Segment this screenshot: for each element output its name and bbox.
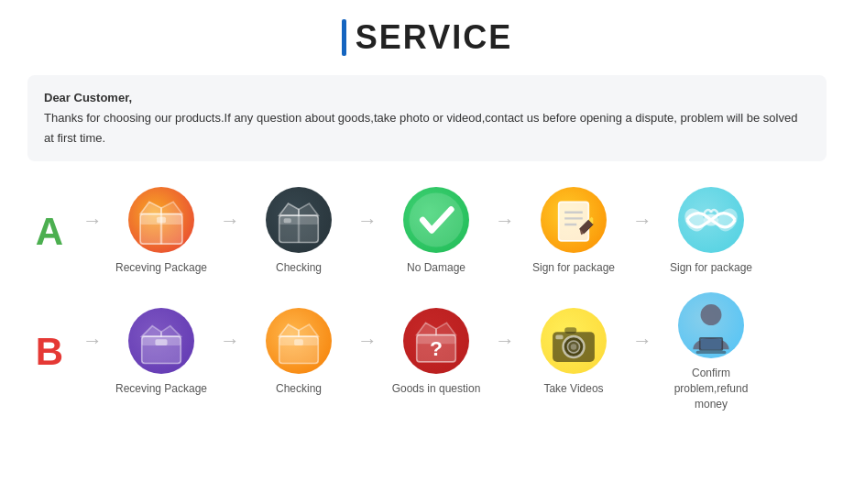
- svg-rect-33: [701, 339, 722, 349]
- arrow-b2: →: [357, 329, 378, 375]
- arrow-b4: →: [632, 329, 652, 375]
- step-a1-icon: [128, 187, 194, 253]
- notice-box: Dear Customer, Thanks for choosing our p…: [27, 75, 827, 161]
- arrow-a3: →: [495, 209, 515, 255]
- notice-greeting: Dear Customer,: [44, 88, 810, 108]
- svg-rect-18: [155, 339, 167, 345]
- svg-rect-29: [564, 327, 576, 334]
- step-b4: Take Videos: [519, 308, 629, 397]
- arrow-a0: →: [82, 209, 103, 255]
- step-a5-icon: [678, 187, 744, 253]
- step-b3: ? Goods in question: [381, 308, 491, 397]
- step-b5: Confirm problem,refund money: [656, 292, 766, 411]
- step-b2-icon: [266, 308, 332, 374]
- page-title-section: SERVICE: [342, 18, 512, 57]
- step-b2-label: Checking: [276, 381, 322, 397]
- svg-point-28: [571, 344, 577, 350]
- step-b4-icon: [541, 308, 607, 374]
- step-b4-label: Take Videos: [543, 381, 603, 397]
- arrow-b1: →: [220, 329, 240, 375]
- svg-rect-7: [284, 219, 291, 224]
- page-title: SERVICE: [356, 18, 512, 57]
- step-b3-label: Goods in question: [392, 381, 481, 397]
- arrow-a4: →: [632, 209, 652, 255]
- row-a-label: A: [27, 210, 71, 254]
- svg-point-15: [704, 214, 718, 226]
- step-b1: Receving Package: [106, 308, 216, 397]
- step-a2-label: Checking: [276, 260, 322, 276]
- step-a1: Receving Package: [106, 187, 216, 276]
- step-a3-icon: [403, 187, 469, 253]
- step-a4-label: Sign for package: [532, 260, 615, 276]
- step-a3-label: No Damage: [407, 260, 465, 276]
- row-b-label: B: [27, 330, 71, 374]
- step-a5-label: Sign for package: [670, 260, 752, 276]
- svg-rect-21: [294, 339, 303, 345]
- step-b3-icon: ?: [403, 308, 469, 374]
- step-a2: Checking: [244, 187, 354, 276]
- svg-rect-30: [555, 334, 563, 339]
- step-a3: No Damage: [381, 187, 491, 276]
- step-a4: Sign for package: [519, 187, 629, 276]
- step-b1-label: Receving Package: [115, 381, 207, 397]
- step-a4-icon: [541, 187, 607, 253]
- flow-row-b: B → Receving Package →: [27, 292, 827, 411]
- step-b2: Checking: [244, 308, 354, 397]
- flow-section: A → Receving Package →: [27, 187, 827, 411]
- arrow-a1: →: [220, 209, 240, 255]
- step-b5-icon: [678, 292, 744, 358]
- step-b5-label: Confirm problem,refund money: [656, 366, 766, 411]
- svg-text:?: ?: [430, 336, 443, 360]
- notice-body: Thanks for choosing our products.If any …: [44, 108, 810, 148]
- arrow-b3: →: [495, 329, 515, 375]
- arrow-a2: →: [357, 209, 378, 255]
- title-accent-bar: [342, 19, 346, 56]
- svg-rect-34: [696, 351, 727, 354]
- step-b1-icon: [128, 308, 194, 374]
- svg-point-8: [410, 193, 464, 247]
- arrow-b0: →: [82, 329, 103, 375]
- step-a1-label: Receving Package: [115, 260, 207, 276]
- step-a5: Sign for package: [656, 187, 766, 276]
- step-a2-icon: [266, 187, 332, 253]
- svg-rect-9: [559, 203, 589, 242]
- svg-rect-3: [157, 217, 166, 224]
- svg-point-31: [701, 304, 722, 325]
- flow-row-a: A → Receving Package →: [27, 187, 827, 276]
